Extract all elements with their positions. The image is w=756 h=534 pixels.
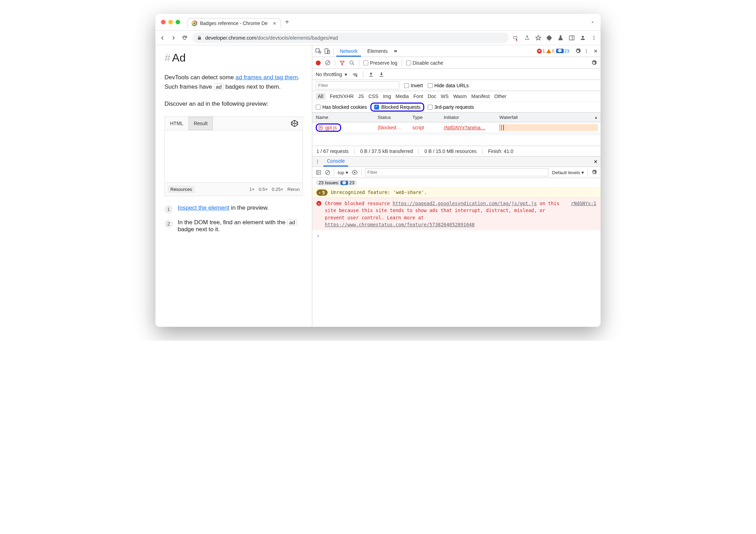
console-prompt[interactable]: › [312, 230, 601, 241]
error-count-badge[interactable]: ✕1 [537, 48, 545, 54]
tab-close-button[interactable]: ✕ [273, 21, 276, 26]
maximize-window-button[interactable] [176, 20, 180, 24]
hide-data-urls-checkbox[interactable]: Hide data URLs [428, 83, 469, 88]
clear-button[interactable] [325, 60, 331, 66]
console-error-row[interactable]: ✕ Chrome blocked resource https://pagead… [312, 198, 601, 230]
filter-other[interactable]: Other [494, 94, 506, 99]
devtools-menu-icon[interactable] [584, 49, 589, 54]
filter-manifest[interactable]: Manifest [471, 94, 490, 99]
message-count-badge[interactable]: 💬23 [556, 48, 569, 54]
filter-js[interactable]: JS [358, 94, 364, 99]
close-drawer-button[interactable]: ✕ [594, 159, 598, 164]
intro-paragraph: DevTools can detect some ad frames and t… [164, 73, 303, 91]
preserve-log-checkbox[interactable]: Preserve log [363, 60, 397, 66]
profile-avatar-icon[interactable] [580, 35, 586, 41]
codepen-embed: HTML Result Resources 1× 0.5× 0.25× Reru… [164, 116, 303, 196]
labs-icon[interactable] [557, 35, 564, 41]
col-initiator[interactable]: Initiator [441, 115, 497, 120]
codepen-resources-button[interactable]: Resources [168, 186, 195, 193]
context-select[interactable]: top ▾ [338, 170, 348, 175]
side-panel-icon[interactable] [569, 35, 575, 41]
issues-row[interactable]: 23 Issues: 💬 23 [312, 178, 601, 188]
col-waterfall[interactable]: Waterfall▲ [497, 115, 601, 120]
filter-ws[interactable]: WS [441, 94, 449, 99]
filter-img[interactable]: Img [383, 94, 391, 99]
has-blocked-cookies-checkbox[interactable]: Has blocked cookies [316, 104, 367, 110]
filter-font[interactable]: Font [413, 94, 423, 99]
forward-button[interactable] [170, 34, 177, 41]
live-expression-icon[interactable] [352, 169, 358, 176]
toolbar: developer.chrome.com/docs/devtools/eleme… [155, 31, 601, 45]
network-conditions-icon[interactable] [352, 71, 358, 78]
disable-cache-checkbox[interactable]: Disable cache [406, 60, 443, 66]
table-row[interactable]: gpt.js (blocked… script rNdGNYx?anima… [312, 122, 601, 133]
chrome-menu-button[interactable] [591, 35, 597, 41]
error-source-link[interactable]: rNdGNYx:1 [571, 200, 596, 207]
screen-share-icon[interactable]: ■ [513, 35, 519, 41]
sidebar-toggle-icon[interactable] [316, 170, 321, 175]
svg-point-21 [317, 160, 318, 160]
col-status[interactable]: Status [375, 115, 410, 120]
codepen-result-frame[interactable] [165, 130, 303, 183]
bookmark-star-icon[interactable] [535, 35, 541, 41]
codepen-tab-html[interactable]: HTML [165, 117, 188, 130]
device-toggle-icon[interactable] [324, 48, 330, 54]
filter-toggle-icon[interactable] [339, 60, 345, 66]
minimize-window-button[interactable] [168, 20, 173, 24]
new-tab-button[interactable]: + [285, 18, 289, 26]
codepen-rerun-button[interactable]: Rerun [288, 187, 300, 192]
filter-doc[interactable]: Doc [428, 94, 436, 99]
codepen-logo-icon[interactable] [287, 117, 303, 130]
tab-elements[interactable]: Elements [364, 46, 391, 57]
tab-network[interactable]: Network [336, 46, 361, 57]
col-type[interactable]: Type [410, 115, 441, 120]
tab-console[interactable]: Console [323, 156, 348, 167]
extensions-icon[interactable] [546, 35, 553, 41]
drawer-menu-icon[interactable] [315, 159, 320, 164]
invert-checkbox[interactable]: Invert [404, 83, 423, 88]
col-name[interactable]: Name [312, 115, 375, 120]
reload-button[interactable] [181, 34, 188, 41]
address-bar[interactable]: developer.chrome.com/docs/devtools/eleme… [192, 33, 509, 43]
link-inspect-element[interactable]: Inspect the element [178, 204, 229, 211]
more-tabs-icon[interactable] [394, 49, 399, 54]
filter-fetch[interactable]: Fetch/XHR [330, 94, 354, 99]
close-devtools-button[interactable]: ✕ [594, 48, 598, 54]
close-window-button[interactable] [161, 20, 166, 24]
network-settings-gear-icon[interactable] [591, 60, 597, 66]
log-levels-select[interactable]: Default levels ▾ [552, 170, 584, 175]
settings-gear-icon[interactable] [575, 48, 581, 54]
back-button[interactable] [159, 34, 166, 41]
browser-tab[interactable]: Badges reference - Chrome De ✕ [187, 18, 281, 28]
error-url-1[interactable]: https://pagead2.googlesyndication.com/ta… [393, 201, 537, 206]
share-icon[interactable] [524, 35, 530, 41]
network-filter-input[interactable] [316, 81, 399, 89]
clear-console-icon[interactable] [325, 170, 330, 175]
record-button[interactable] [316, 60, 321, 65]
search-icon[interactable] [349, 60, 355, 66]
codepen-tab-result[interactable]: Result [188, 117, 213, 130]
type-filter-row: All Fetch/XHR JS CSS Img Media Font Doc … [312, 91, 601, 102]
third-party-checkbox[interactable]: 3rd-party requests [428, 104, 474, 110]
error-url-2[interactable]: https://www.chromestatus.com/feature/573… [325, 222, 475, 227]
codepen-zoom-05x[interactable]: 0.5× [259, 187, 268, 192]
link-ad-frames[interactable]: ad frames and tag them [235, 74, 298, 81]
throttling-select[interactable]: No throttling ▾ [316, 72, 347, 77]
download-har-icon[interactable] [379, 72, 384, 77]
codepen-zoom-1x[interactable]: 1× [249, 187, 255, 192]
filter-all[interactable]: All [316, 93, 325, 100]
cell-initiator[interactable]: rNdGNYx?anima… [441, 125, 497, 130]
console-warning-row[interactable]: 5 Unrecognized feature: 'web-share'. [312, 188, 601, 198]
console-settings-gear-icon[interactable] [591, 169, 597, 175]
blocked-requests-checkbox[interactable]: Blocked Requests [370, 103, 424, 112]
inspect-element-icon[interactable] [315, 48, 321, 54]
tabs-dropdown-button[interactable] [590, 20, 595, 25]
filter-css[interactable]: CSS [368, 94, 378, 99]
warning-count-badge[interactable]: 6 [546, 48, 554, 54]
error-message: Chrome blocked resource https://pagead2.… [325, 200, 568, 228]
filter-media[interactable]: Media [396, 94, 409, 99]
filter-wasm[interactable]: Wasm [453, 94, 467, 99]
upload-har-icon[interactable] [368, 72, 374, 77]
codepen-zoom-025x[interactable]: 0.25× [272, 187, 283, 192]
console-filter-input[interactable] [365, 168, 549, 176]
